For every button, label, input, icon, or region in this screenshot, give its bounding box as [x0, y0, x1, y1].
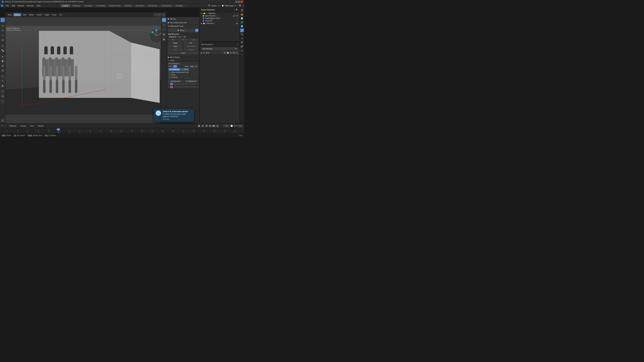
- physics-prop-icon[interactable]: ⚡: [240, 40, 244, 44]
- item2-settings-icon[interactable]: ⚙: [168, 86, 170, 88]
- world-prop-icon[interactable]: 🌍: [240, 24, 244, 28]
- maximize-button[interactable]: □: [238, 1, 240, 3]
- modifier-prop-icon[interactable]: 🔧: [240, 32, 244, 36]
- jump-start-button[interactable]: ⏮: [201, 124, 204, 127]
- render-region-icon[interactable]: ▣: [162, 37, 166, 41]
- annotate-tool[interactable]: ✏: [0, 43, 5, 48]
- jump-end-button[interactable]: ⏭: [216, 124, 219, 127]
- face-mode-icon[interactable]: □: [162, 13, 165, 16]
- tab-texture-paint[interactable]: Texture Paint: [107, 4, 122, 7]
- minimize-button[interactable]: ─: [235, 1, 238, 3]
- filter-icon[interactable]: ≡: [242, 5, 244, 7]
- main-viewport[interactable]: Z X Y User Perspective (50) Arco Finestr…: [5, 17, 166, 123]
- tab-compositing[interactable]: Compositing: [159, 4, 174, 7]
- scene-name[interactable]: Scene: [211, 5, 216, 7]
- units-select[interactable]: Auto... ▼: [190, 65, 198, 68]
- inset-tool[interactable]: ▣: [0, 59, 5, 63]
- search-icon[interactable]: 🔍: [239, 4, 242, 7]
- modifier-copy-icon[interactable]: 📋: [226, 51, 229, 54]
- outline-item-building[interactable]: 🔷 BuildingMesh-00072 👁: [200, 17, 240, 19]
- scene-prop-icon[interactable]: 🌐: [240, 20, 244, 24]
- origin-button[interactable]: Origin: [184, 48, 198, 51]
- expand-all-button[interactable]: ⊕ Expand all: [168, 80, 183, 82]
- texts-button[interactable]: ⌂ Texts: [181, 68, 189, 71]
- bisect-tool[interactable]: ✂: [0, 79, 5, 83]
- tab-animation[interactable]: Animation: [134, 4, 146, 7]
- outline-item-arco[interactable]: 🔶 Arco Finestre 1 🔗⚙📷: [200, 14, 240, 17]
- annotation-button[interactable]: Annotation: [184, 45, 198, 48]
- tab-scripting[interactable]: Scripting: [174, 4, 185, 7]
- tab-sculpting[interactable]: Sculpting: [82, 4, 94, 7]
- override-checkbox[interactable]: [168, 76, 170, 78]
- object-prop-icon[interactable]: ⬡: [240, 28, 244, 32]
- edit-uv-btn[interactable]: UV: [58, 13, 63, 16]
- y-button[interactable]: Y: [178, 38, 188, 41]
- link-button[interactable]: Link: [168, 48, 183, 51]
- outline-item-collection1[interactable]: ▶ 📁 Collection 1 1: [200, 22, 240, 25]
- edit-edge-btn[interactable]: Edge: [44, 13, 51, 16]
- 3d-nav-header[interactable]: ▶ 3D Nav: [167, 17, 200, 21]
- transform-tool[interactable]: ⊕: [0, 38, 5, 42]
- output-prop-icon[interactable]: 📤: [240, 12, 244, 16]
- timeline-view-menu[interactable]: View: [29, 124, 36, 127]
- modifier-visible-icon[interactable]: 👁: [230, 51, 232, 54]
- camera-view-icon[interactable]: 📷: [162, 32, 166, 37]
- poly-build-tool[interactable]: ◆: [0, 83, 5, 88]
- edit-view-btn[interactable]: View: [6, 13, 13, 16]
- timeline-editor-icon[interactable]: ⏱: [1, 125, 3, 127]
- menu-file[interactable]: File: [4, 4, 10, 7]
- loop-cut-tool[interactable]: ⊞: [0, 68, 5, 72]
- vertex-mode-icon[interactable]: ·: [154, 13, 158, 16]
- segment-button[interactable]: Segment: [168, 35, 177, 38]
- item-close-icon[interactable]: ✕: [197, 83, 198, 85]
- notification-popup[interactable]: ☁ Cattura di schermata salvata La cattur…: [154, 109, 194, 122]
- keying-menu[interactable]: Keying: [19, 124, 28, 127]
- start-value[interactable]: 1: [238, 124, 243, 127]
- tab-add-button[interactable]: +: [185, 4, 189, 7]
- knife-tool[interactable]: ⚔: [0, 74, 5, 78]
- scale-checkbox[interactable]: [168, 74, 170, 76]
- outline-search-icon[interactable]: 🔍: [236, 9, 238, 11]
- outline-item-collection[interactable]: ▼ 📁 ✓ Collection 👁: [200, 12, 240, 14]
- collapse-all-button[interactable]: ⊖ Collapse all: [184, 80, 198, 82]
- rotate-tool[interactable]: ↻: [0, 28, 5, 33]
- render-prop-icon[interactable]: 🎬: [240, 8, 244, 12]
- menu-help[interactable]: Help: [36, 4, 42, 7]
- transform-axis-icon[interactable]: ⊡: [0, 118, 5, 123]
- item2-close-icon[interactable]: ✕: [197, 86, 198, 88]
- add-modifier-button[interactable]: Add Modifier ▼: [201, 47, 238, 50]
- bevel-tool[interactable]: ◈: [0, 63, 5, 68]
- view-layer-prop-icon[interactable]: 📋: [240, 16, 244, 20]
- tab-modeling[interactable]: Modeling: [70, 4, 82, 7]
- preci-value[interactable]: 3: [173, 65, 177, 68]
- tab-shading[interactable]: Shading: [122, 4, 133, 7]
- step-forward-button[interactable]: ▶▶: [212, 124, 215, 127]
- sum-select[interactable]: - ▼: [182, 35, 186, 38]
- modifier-close-icon[interactable]: ✕: [237, 43, 238, 45]
- show-button[interactable]: ▶ Show: [168, 28, 194, 32]
- constraint-prop-icon[interactable]: 🔗: [240, 44, 244, 48]
- close-button[interactable]: ✕: [240, 1, 243, 3]
- marker-menu[interactable]: Marker: [37, 124, 45, 127]
- angle-button[interactable]: Angle: [168, 41, 183, 44]
- menu-render[interactable]: Render: [17, 4, 26, 7]
- hide-measurement-checkbox[interactable]: [168, 71, 170, 73]
- randomize-tool[interactable]: ⁂: [0, 94, 5, 98]
- x-button[interactable]: X: [168, 38, 178, 41]
- tab-layout[interactable]: Layout: [60, 4, 70, 7]
- outline-item-plane[interactable]: 🔷 Plane.007 👁: [200, 19, 240, 22]
- modifier-delete-icon[interactable]: ✕: [236, 51, 238, 54]
- distances-button[interactable]: ⊟ Distances: [168, 68, 180, 71]
- material-prop-icon[interactable]: ○: [240, 53, 244, 56]
- timeline-ruler[interactable]: 0102030405060708090100110120130140150160…: [0, 128, 244, 133]
- particles-prop-icon[interactable]: ✦: [240, 36, 244, 40]
- arc-button[interactable]: Arc: [184, 41, 198, 44]
- current-frame[interactable]: 50: [223, 124, 230, 127]
- edge-mode-icon[interactable]: /: [158, 13, 162, 16]
- show-settings-icon[interactable]: ⚙: [195, 29, 198, 32]
- slide-relax-tool[interactable]: ≈: [0, 99, 5, 103]
- extrude-tool[interactable]: ▲: [0, 54, 5, 58]
- modifier-render-icon[interactable]: 🎬: [232, 51, 235, 54]
- measure-tool[interactable]: 📏: [0, 48, 5, 53]
- nav-gizmo-icon[interactable]: ⊕: [162, 18, 166, 22]
